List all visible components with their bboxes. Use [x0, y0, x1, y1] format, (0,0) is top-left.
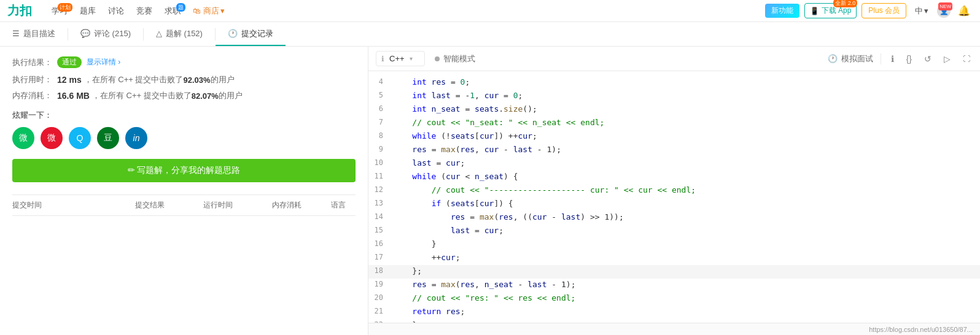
code-line-16: 16 } — [368, 238, 980, 252]
line-number: 4 — [368, 76, 393, 90]
mem-label: 内存消耗： — [12, 90, 52, 101]
code-line-6: 6 int n_seat = seats.size(); — [368, 103, 980, 117]
line-number: 11 — [368, 171, 393, 184]
logo[interactable]: 力扣 — [7, 2, 34, 19]
mock-interview-btn[interactable]: 🕐 模拟面试 — [828, 53, 873, 64]
line-content: if (seats[cur]) { — [393, 198, 980, 211]
line-content: int n_seat = seats.size(); — [393, 103, 980, 117]
share-qq-btn[interactable]: Q — [69, 127, 91, 149]
line-number: 15 — [368, 225, 393, 238]
line-number: 8 — [368, 130, 393, 144]
download-icon: 📱 — [810, 7, 819, 15]
code-line-11: 11 while (cur < n_seat) { — [368, 171, 980, 184]
time-desc: ，在所有 C++ 提交中击败了 — [84, 74, 184, 85]
nav-item-shop[interactable]: 🛍 商店 ▾ — [188, 3, 230, 19]
code-line-7: 7 // cout << "n_seat: " << n_seat << end… — [368, 117, 980, 130]
share-linkedin-btn[interactable]: in — [125, 127, 147, 149]
plus-btn[interactable]: Plus 会员 — [861, 3, 906, 18]
col-runtime: 运行时间 — [184, 200, 253, 210]
exec-result-label: 执行结果： — [12, 57, 52, 68]
format-icon[interactable]: {} — [904, 53, 914, 65]
mem-suffix: 的用户 — [219, 90, 243, 101]
line-number: 12 — [368, 184, 393, 198]
nav-items: 学习 计划 题库 讨论 竞赛 求职 题 🛍 商店 ▾ — [47, 3, 230, 19]
top-nav: 力扣 学习 计划 题库 讨论 竞赛 求职 题 🛍 商店 ▾ 新功能 📱 下载 A… — [0, 0, 980, 22]
col-result: 提交结果 — [115, 200, 184, 210]
code-line-10: 10 last = cur; — [368, 157, 980, 171]
nav-item-problems[interactable]: 题库 — [75, 3, 101, 19]
share-icons: 微 微 Q 豆 in — [12, 127, 356, 149]
line-number: 14 — [368, 211, 393, 225]
run-icon[interactable]: ▷ — [941, 53, 953, 65]
line-number: 20 — [368, 292, 393, 306]
nav-item-discuss[interactable]: 讨论 — [103, 3, 129, 19]
download-btn[interactable]: 📱 下载 App 全新 2.0 — [804, 3, 857, 18]
line-content: // cout << "n_seat: " << n_seat << endl; — [393, 117, 980, 130]
line-content: int res = 0; — [393, 76, 980, 90]
line-number: 5 — [368, 90, 393, 103]
chevron-down-icon: ▾ — [410, 55, 413, 62]
code-line-19: 19 res = max(res, n_seat - last - 1); — [368, 279, 980, 292]
info-toolbar-icon[interactable]: ℹ — [889, 53, 896, 65]
new-func-button[interactable]: 新功能 — [765, 4, 799, 18]
tab-comments-icon: 💬 — [80, 29, 90, 38]
time-percent: 92.03% — [184, 75, 211, 85]
tab-submissions[interactable]: 🕐 提交记录 — [216, 22, 286, 46]
line-number: 19 — [368, 279, 393, 292]
main-layout: 执行结果： 通过 显示详情 › 执行用时： 12 ms ，在所有 C++ 提交中… — [0, 47, 980, 335]
tab-solutions[interactable]: △ 题解 (152) — [144, 22, 215, 46]
code-line-14: 14 res = max(res, ((cur - last) >> 1)); — [368, 211, 980, 225]
tab-solutions-icon: △ — [156, 29, 162, 38]
line-content: last = cur; — [393, 225, 980, 238]
lang-selector[interactable]: 中 ▾ — [911, 3, 932, 19]
line-number: 6 — [368, 103, 393, 117]
tab-comments[interactable]: 💬 评论 (215) — [68, 22, 143, 46]
nav-item-jobs[interactable]: 求职 题 — [160, 3, 185, 19]
share-weibo-btn[interactable]: 微 — [41, 127, 63, 149]
user-avatar[interactable]: 👤 NEW — [937, 4, 951, 18]
col-submit-time: 提交时间 — [12, 200, 115, 210]
line-content: return res; — [393, 306, 980, 319]
fullscreen-icon[interactable]: ⛶ — [960, 53, 973, 64]
submissions-table-header: 提交时间 提交结果 运行时间 内存消耗 语言 — [12, 194, 356, 216]
line-number: 21 — [368, 306, 393, 319]
pass-badge: 通过 — [57, 56, 82, 68]
toolbar-divider-1 — [881, 53, 881, 64]
nav-right: 新功能 📱 下载 App 全新 2.0 Plus 会员 中 ▾ 👤 NEW 🔔 — [765, 2, 973, 19]
left-panel: 执行结果： 通过 显示详情 › 执行用时： 12 ms ，在所有 C++ 提交中… — [0, 47, 368, 335]
nav-item-learn[interactable]: 学习 计划 — [47, 3, 72, 19]
code-editor[interactable]: 4 int res = 0;5 int last = -1, cur = 0;6… — [368, 71, 980, 323]
line-content: while (cur < n_seat) { — [393, 171, 980, 184]
smart-mode: 智能模式 — [430, 51, 480, 67]
share-douban-btn[interactable]: 豆 — [97, 127, 119, 149]
line-content: res = max(res, n_seat - last - 1); — [393, 279, 980, 292]
line-content: res = max(res, ((cur - last) >> 1)); — [393, 211, 980, 225]
exec-time-row: 执行用时： 12 ms ，在所有 C++ 提交中击败了 92.03% 的用户 — [12, 74, 356, 85]
logo-icon: 力扣 — [7, 2, 32, 19]
tab-problem-desc[interactable]: ☰ 题目描述 — [0, 22, 68, 46]
line-content: // cout << "res: " << res << endl; — [393, 292, 980, 306]
line-number: 7 — [368, 117, 393, 130]
tab-submissions-icon: 🕐 — [228, 29, 238, 38]
undo-icon[interactable]: ↺ — [922, 53, 934, 65]
code-line-18: 18 }; — [368, 265, 980, 279]
code-line-17: 17 ++cur; — [368, 252, 980, 265]
notification-bell[interactable]: 🔔 — [955, 2, 973, 19]
right-panel: ℹ C++ ▾ 智能模式 🕐 模拟面试 ℹ {} ↺ ▷ ⛶ — [368, 47, 980, 335]
line-content: int last = -1, cur = 0; — [393, 90, 980, 103]
code-line-15: 15 last = cur; — [368, 225, 980, 238]
write-solution-btn[interactable]: ✏ 写题解，分享我的解题思路 — [12, 159, 356, 182]
code-line-8: 8 while (!seats[cur]) ++cur; — [368, 130, 980, 144]
code-line-13: 13 if (seats[cur]) { — [368, 198, 980, 211]
detail-link[interactable]: 显示详情 › — [87, 57, 120, 67]
status-bar: https://blog.csdn.net/u013650/87... — [368, 323, 980, 335]
share-wechat-btn[interactable]: 微 — [12, 127, 34, 149]
line-content: ++cur; — [393, 252, 980, 265]
second-nav: ☰ 题目描述 💬 评论 (215) △ 题解 (152) 🕐 提交记录 — [0, 22, 980, 47]
col-lang: 语言 — [321, 200, 356, 210]
tab-problem-desc-icon: ☰ — [12, 29, 20, 38]
nav-item-contest[interactable]: 竞赛 — [131, 3, 157, 19]
line-content: res = max(res, cur - last - 1); — [393, 144, 980, 157]
code-line-4: 4 int res = 0; — [368, 76, 980, 90]
lang-selector-dropdown[interactable]: ℹ C++ ▾ — [376, 51, 425, 66]
